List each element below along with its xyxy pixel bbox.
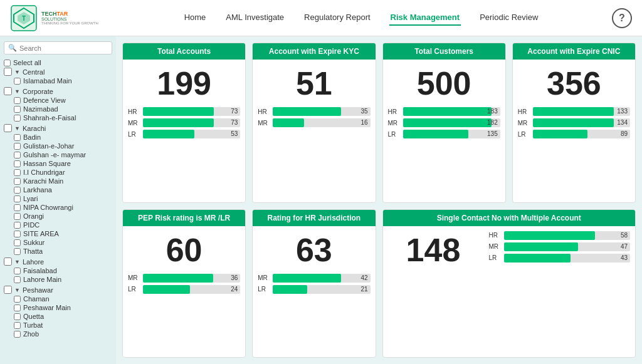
nav-aml[interactable]: AML Investigate (224, 10, 285, 26)
list-item[interactable]: PIDC (14, 221, 112, 229)
list-item[interactable]: Hassan Square (14, 159, 112, 168)
cb[interactable] (14, 169, 21, 176)
cb[interactable] (14, 331, 21, 338)
card-pep-risk-header: PEP Risk rating is MR /LR (123, 210, 245, 226)
list-item[interactable]: Turbat (14, 321, 112, 330)
list-item[interactable]: NIPA Chowrangi (14, 203, 112, 212)
help-button[interactable]: ? (612, 8, 632, 28)
select-all-checkbox[interactable] (4, 60, 11, 66)
card-expire-cnic: Account with Expire CNIC 356 HR 133 MR 1… (512, 43, 636, 203)
card-pep-risk-value: 60 (123, 226, 245, 271)
islamabad-checkbox[interactable] (14, 78, 21, 85)
list-item[interactable]: Peshawar Main (14, 303, 112, 312)
card-hr-jurisdiction-value: 63 (253, 226, 375, 271)
sidebar-group-corporate: ▼ Corporate Defence View Nazimabad Shahr… (4, 86, 112, 122)
card-single-contact: Single Contact No with Multiple Account … (382, 209, 636, 358)
cb[interactable] (14, 187, 21, 194)
cb[interactable] (14, 97, 21, 104)
list-item[interactable]: SITE AREA (14, 229, 112, 238)
nav-risk[interactable]: Risk Management (389, 10, 461, 26)
central-label: Central (23, 68, 45, 76)
cb[interactable] (14, 268, 21, 274)
cb[interactable] (14, 178, 21, 185)
list-item[interactable]: Larkhana (14, 185, 112, 194)
card-expire-kyc-bars: HR 35 MR 16 (253, 105, 375, 135)
card-single-contact-bars: HR 58 MR 47 LR (484, 226, 636, 271)
list-item[interactable]: Thatta (14, 247, 112, 256)
list-item[interactable]: Badin (14, 133, 112, 142)
bar-row: LR 21 (258, 285, 370, 294)
cb[interactable] (14, 304, 21, 311)
list-item[interactable]: I.I Chundrigar (14, 168, 112, 177)
cb[interactable] (14, 134, 21, 141)
list-item[interactable]: Karachi Main (14, 177, 112, 185)
nav-home[interactable]: Home (183, 10, 208, 26)
cb[interactable] (14, 313, 21, 320)
sidebar-parent-lahore[interactable]: ▼ Lahore (4, 257, 112, 266)
list-item[interactable]: Chaman (14, 294, 112, 303)
central-checkbox[interactable] (4, 68, 12, 76)
cb[interactable] (14, 296, 21, 303)
sidebar-parent-karachi[interactable]: ▼ Karachi (4, 123, 112, 133)
list-item[interactable]: Defence View (14, 96, 112, 105)
list-item[interactable]: Orangi (14, 212, 112, 221)
list-item[interactable]: Islamabad Main (14, 76, 112, 85)
list-item[interactable]: Sukkur (14, 238, 112, 247)
list-item[interactable]: Shahrah-e-Faisal (14, 113, 112, 122)
lahore-checkbox[interactable] (4, 257, 12, 266)
bar-row: LR 53 (128, 130, 240, 138)
sidebar-parent-central[interactable]: ▼ Central (4, 67, 112, 76)
card-pep-risk: PEP Risk rating is MR /LR 60 MR 36 LR 24 (122, 209, 246, 358)
sidebar-group-central: ▼ Central Islamabad Main (4, 67, 112, 85)
list-item[interactable]: Lahore Main (14, 275, 112, 284)
cb[interactable] (14, 152, 21, 159)
cb[interactable] (14, 276, 21, 283)
bar-row: LR 43 (489, 254, 631, 263)
bar-bg: 73 (143, 118, 240, 127)
header: T TECHTAR SOLUTIONS THINKING FOR YOUR GR… (0, 0, 642, 36)
search-box[interactable]: 🔍 (4, 41, 112, 55)
karachi-checkbox[interactable] (4, 124, 12, 132)
list-item[interactable]: Gulistan-e-Johar (14, 142, 112, 150)
cb[interactable] (14, 248, 21, 255)
cb[interactable] (14, 106, 21, 113)
cb[interactable] (14, 115, 21, 122)
nav-periodic[interactable]: Periodic Review (478, 10, 539, 26)
corporate-label: Corporate (23, 88, 53, 95)
nav-regulatory[interactable]: Regulatory Report (303, 10, 372, 26)
select-all-item[interactable]: Select all (4, 58, 112, 67)
card-hr-jurisdiction-bars: MR 42 LR 21 (253, 271, 375, 301)
list-item[interactable]: Lyari (14, 194, 112, 203)
peshawar-label: Peshawar (23, 286, 53, 294)
corporate-checkbox[interactable] (4, 87, 12, 95)
search-input[interactable] (19, 44, 108, 52)
bar-bg: 42 (273, 274, 370, 283)
sidebar: 🔍 Select all ▼ Central Islamabad Main (0, 36, 116, 364)
bar-row: MR 73 (128, 118, 240, 127)
lahore-children: Faisalabad Lahore Main (4, 266, 112, 284)
cb[interactable] (14, 239, 21, 246)
cb[interactable] (14, 322, 21, 329)
bar-row: MR 134 (518, 118, 630, 127)
list-item[interactable]: Zhob (14, 330, 112, 338)
bar-row: HR 58 (489, 231, 631, 240)
cb[interactable] (14, 143, 21, 150)
bar-bg: 21 (273, 285, 370, 294)
cb[interactable] (14, 213, 21, 220)
svg-text:T: T (22, 15, 26, 22)
cb[interactable] (14, 231, 21, 237)
cb[interactable] (14, 160, 21, 167)
list-item[interactable]: Quetta (14, 312, 112, 321)
sidebar-parent-peshawar[interactable]: ▼ Peshawar (4, 285, 112, 294)
bar-row: LR 89 (518, 130, 630, 138)
cb[interactable] (14, 222, 21, 229)
cb[interactable] (14, 204, 21, 211)
cb[interactable] (14, 195, 21, 202)
list-item[interactable]: Faisalabad (14, 266, 112, 275)
sidebar-parent-corporate[interactable]: ▼ Corporate (4, 86, 112, 96)
list-item[interactable]: Gulshan -e- maymar (14, 150, 112, 159)
card-expire-cnic-header: Account with Expire CNIC (513, 43, 635, 60)
sidebar-group-peshawar: ▼ Peshawar Chaman Peshawar Main Quetta T… (4, 285, 112, 338)
peshawar-checkbox[interactable] (4, 286, 12, 294)
list-item[interactable]: Nazimabad (14, 105, 112, 113)
